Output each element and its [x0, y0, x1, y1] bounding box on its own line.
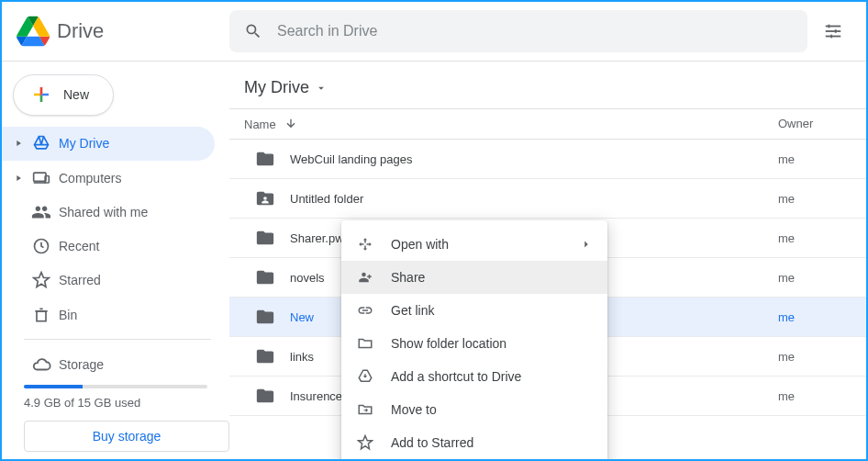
table-header: Name Owner: [229, 108, 866, 140]
sidebar-item-label: My Drive: [59, 136, 109, 151]
star-icon: [356, 433, 374, 452]
advanced-search-button[interactable]: [815, 13, 851, 50]
sidebar-item-label: Shared with me: [59, 205, 148, 219]
sidebar-item-label: Bin: [59, 308, 77, 322]
quota-text: 4.9 GB of 15 GB used: [2, 388, 229, 417]
svg-rect-8: [45, 175, 49, 183]
shortcut-icon: [356, 367, 374, 386]
svg-point-11: [263, 197, 267, 200]
file-name: New: [290, 310, 314, 324]
menu-item-star[interactable]: Add to Starred: [341, 426, 607, 459]
file-row[interactable]: WebCuil landing pagesme: [229, 140, 866, 179]
context-menu: Open with Share Get link Show folder loc…: [341, 220, 607, 461]
menu-item-open-with[interactable]: Open with: [341, 228, 607, 261]
link-icon: [356, 301, 374, 320]
folder-icon: [255, 228, 275, 248]
divider: [24, 339, 211, 340]
file-owner: me: [778, 152, 851, 166]
clock-icon: [31, 236, 51, 256]
expand-icon[interactable]: [13, 138, 24, 149]
menu-item-get-link[interactable]: Get link: [341, 294, 607, 327]
shared-folder-icon: [255, 188, 275, 208]
people-icon: [31, 202, 51, 222]
folder-outline-icon: [356, 334, 374, 353]
chevron-down-icon: [315, 82, 328, 95]
file-owner: me: [778, 271, 851, 285]
file-name: Insurence: [290, 389, 342, 403]
file-name: Sharer.pw: [290, 231, 344, 245]
menu-item-label: Show folder location: [391, 336, 506, 351]
menu-item-label: Open with: [391, 237, 449, 252]
person-add-icon: [356, 268, 374, 287]
menu-item-label: Add to Starred: [391, 435, 473, 450]
file-name: WebCuil landing pages: [290, 152, 412, 166]
sidebar-item-bin[interactable]: Bin: [2, 298, 215, 332]
arrow-down-icon: [284, 117, 298, 131]
drive-icon: [31, 133, 51, 153]
cloud-icon: [31, 354, 51, 375]
folder-icon: [255, 386, 275, 406]
sidebar-item-my-drive[interactable]: My Drive: [2, 127, 215, 161]
menu-item-label: Share: [391, 270, 425, 285]
breadcrumb-label: My Drive: [244, 78, 309, 97]
buy-storage-button[interactable]: Buy storage: [24, 421, 229, 452]
svg-rect-10: [37, 310, 46, 320]
breadcrumb[interactable]: My Drive: [229, 62, 866, 108]
svg-rect-6: [34, 173, 46, 181]
file-row[interactable]: Untitled folderme: [229, 179, 866, 219]
sidebar-item-shared[interactable]: Shared with me: [2, 195, 215, 229]
menu-item-move-to[interactable]: Move to: [341, 393, 607, 426]
svg-point-12: [362, 273, 366, 277]
file-name: Untitled folder: [290, 192, 363, 206]
sidebar-item-starred[interactable]: Starred: [2, 264, 215, 298]
new-button[interactable]: New: [13, 74, 114, 116]
sidebar-item-label: Computers: [59, 171, 121, 186]
menu-item-share[interactable]: Share: [341, 261, 607, 294]
column-name-header[interactable]: Name: [244, 117, 778, 131]
sidebar-item-computers[interactable]: Computers: [2, 161, 215, 195]
menu-item-label: Move to: [391, 402, 437, 417]
menu-item-label: Get link: [391, 303, 434, 318]
folder-icon: [255, 267, 275, 287]
column-owner-header[interactable]: Owner: [778, 117, 851, 131]
file-owner: me: [778, 231, 851, 245]
folder-icon: [255, 346, 275, 366]
sidebar-item-label: Starred: [59, 273, 101, 287]
logo-area[interactable]: Drive: [17, 15, 229, 48]
file-owner: me: [778, 310, 851, 324]
sidebar: New My Drive Computers Shared with me Re…: [2, 62, 229, 459]
tune-icon: [823, 21, 843, 41]
expand-icon[interactable]: [13, 173, 24, 184]
plus-icon: [30, 84, 52, 106]
menu-item-shortcut[interactable]: Add a shortcut to Drive: [341, 360, 607, 393]
chevron-right-icon: [580, 238, 593, 251]
sidebar-item-storage[interactable]: Storage: [2, 347, 215, 381]
open-with-icon: [356, 235, 374, 253]
app-header: Drive: [2, 2, 866, 61]
trash-icon: [31, 305, 51, 325]
file-owner: me: [778, 192, 851, 206]
search-bar[interactable]: [229, 10, 807, 52]
drive-logo-icon: [17, 15, 50, 48]
sidebar-item-recent[interactable]: Recent: [2, 229, 215, 263]
computers-icon: [31, 168, 51, 188]
sidebar-item-label: Recent: [59, 239, 99, 253]
file-name: novels: [290, 271, 325, 285]
file-owner: me: [778, 350, 851, 364]
star-icon: [31, 270, 51, 290]
menu-item-show-location[interactable]: Show folder location: [341, 327, 607, 360]
move-icon: [356, 400, 374, 419]
search-icon: [244, 22, 262, 40]
sidebar-item-label: Storage: [59, 357, 104, 372]
folder-icon: [255, 307, 275, 327]
file-name: links: [290, 350, 314, 364]
app-name: Drive: [57, 19, 104, 43]
search-input[interactable]: [277, 23, 793, 39]
folder-icon: [255, 149, 275, 169]
menu-item-label: Add a shortcut to Drive: [391, 369, 521, 384]
new-button-label: New: [63, 87, 89, 102]
file-owner: me: [778, 389, 851, 403]
